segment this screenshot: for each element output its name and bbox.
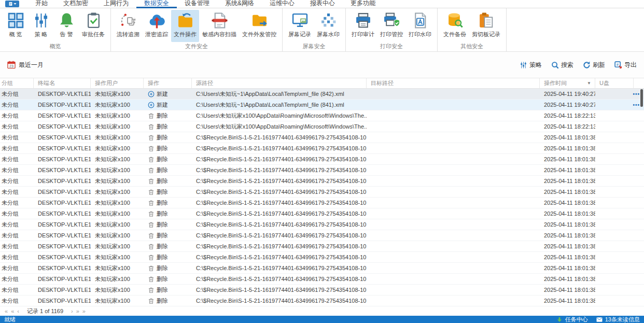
cell-action: 删除	[144, 176, 192, 186]
column-header-action[interactable]: 操作	[144, 78, 192, 88]
table-row[interactable]: 未分组DESKTOP-VLKTLE1未知玩家x100删除C:\$Recycle.…	[0, 208, 644, 219]
cell-terminal: DESKTOP-VLKTLE1	[34, 154, 91, 164]
table-row[interactable]: 未分组DESKTOP-VLKTLE1未知玩家x100删除C:\$Recycle.…	[0, 241, 644, 252]
ribbon-item-file-operations[interactable]: 文件操作	[171, 10, 199, 42]
ribbon-item-leak-trace[interactable]: 泄密追踪	[143, 10, 171, 42]
cell-target-path	[367, 274, 540, 284]
cell-usb	[595, 219, 644, 230]
column-header-user[interactable]: 操作用户	[91, 78, 144, 88]
prev-page-button[interactable]: ‹	[16, 308, 21, 314]
cell-action: 删除	[144, 208, 192, 219]
ribbon-item-screen-watermark[interactable]: 屏幕水印	[314, 10, 342, 42]
column-header-target-path[interactable]: 目标路径	[367, 78, 540, 88]
ribbon-item-file-send-control[interactable]: 文件外发管控	[240, 10, 279, 42]
tab-more[interactable]: 更多功能	[343, 0, 383, 8]
ribbon-item-print-watermark[interactable]: 打印水印	[406, 10, 434, 42]
ribbon-item-alerts[interactable]: 告 警	[54, 10, 79, 42]
cell-user: 未知玩家x100	[91, 143, 144, 153]
next-page-button[interactable]: ›	[69, 308, 75, 314]
table-row[interactable]: 未分组DESKTOP-VLKTLE1未知玩家x100新建C:\Users\未知玩…	[0, 100, 644, 110]
cell-group: 未分组	[0, 165, 34, 175]
trash-icon	[148, 178, 155, 185]
task-center-button[interactable]: 任务中心	[556, 316, 588, 323]
fast-prev-button[interactable]: «	[9, 308, 16, 314]
table-row[interactable]: 未分组DESKTOP-VLKTLE1未知玩家x100删除C:\$Recycle.…	[0, 165, 644, 176]
table-row[interactable]: 未分组DESKTOP-VLKTLE1未知玩家x100删除C:\$Recycle.…	[0, 198, 644, 208]
table-row[interactable]: 未分组DESKTOP-VLKTLE1未知玩家x100删除C:\$Recycle.…	[0, 132, 644, 143]
ribbon-item-print-audit[interactable]: 打印审计	[349, 10, 377, 42]
column-header-terminal[interactable]: 终端名	[34, 78, 91, 88]
ribbon-item-label: 概 览	[9, 31, 22, 38]
tab-system-network[interactable]: 系统&网络	[217, 0, 262, 8]
ribbon-item-overview[interactable]: 概 览	[3, 10, 28, 42]
refresh-icon	[583, 61, 591, 69]
app-doc-icon	[8, 1, 13, 7]
cell-source-path: C:\$Recycle.Bin\S-1-5-21-1619774401-6349…	[192, 241, 367, 251]
vertical-scrollbar[interactable]	[640, 89, 643, 107]
tab-device-mgmt[interactable]: 设备管理	[177, 0, 217, 8]
app-menu-button[interactable]	[5, 1, 19, 7]
table-row[interactable]: 未分组DESKTOP-VLKTLE1未知玩家x100删除C:\Users\未知玩…	[0, 121, 644, 132]
date-range-filter[interactable]: 23 最近一月	[7, 61, 44, 69]
policy-button[interactable]: 策略	[520, 61, 542, 69]
cell-group: 未分组	[0, 110, 34, 121]
column-header-filler[interactable]	[634, 78, 644, 88]
ribbon-item-label: 文件操作	[174, 31, 197, 38]
ribbon-item-policy[interactable]: 策 略	[29, 10, 53, 42]
ribbon-item-sensitive-scan[interactable]: 敏感内容扫描	[200, 10, 239, 42]
column-header-group[interactable]: 分组	[0, 78, 34, 88]
search-button[interactable]: 搜索	[551, 61, 573, 69]
table-row[interactable]: 未分组DESKTOP-VLKTLE1未知玩家x100删除C:\$Recycle.…	[0, 274, 644, 285]
refresh-button[interactable]: 刷新	[583, 61, 605, 69]
action-label: 删除	[157, 264, 168, 272]
sort-arrow-icon[interactable]: ▼	[587, 81, 591, 86]
first-page-button[interactable]: «	[3, 308, 9, 314]
row-actions-button[interactable]: •••	[633, 91, 640, 97]
table-row[interactable]: 未分组DESKTOP-VLKTLE1未知玩家x100删除C:\$Recycle.…	[0, 252, 644, 263]
last-page-button[interactable]: »	[81, 308, 87, 314]
ribbon-item-screen-record[interactable]: 屏幕记录	[286, 10, 314, 42]
monitor-icon	[291, 12, 309, 29]
tab-data-security[interactable]: 数据安全	[136, 0, 177, 8]
cell-target-path	[367, 100, 540, 110]
cell-user: 未知玩家x100	[91, 219, 144, 230]
table-row[interactable]: 未分组DESKTOP-VLKTLE1未知玩家x100删除C:\$Recycle.…	[0, 187, 644, 198]
tab-ops-center[interactable]: 运维中心	[262, 0, 302, 8]
table-row[interactable]: 未分组DESKTOP-VLKTLE1未知玩家x100删除C:\$Recycle.…	[0, 285, 644, 296]
cell-action: 删除	[144, 121, 192, 132]
ribbon-item-label: 文件外发管控	[242, 31, 276, 38]
ribbon-item-flow-trace[interactable]: 流转追溯	[114, 10, 142, 42]
table-row[interactable]: 未分组DESKTOP-VLKTLE1未知玩家x100删除C:\$Recycle.…	[0, 154, 644, 165]
table-row[interactable]: 未分组DESKTOP-VLKTLE1未知玩家x100删除C:\$Recycle.…	[0, 230, 644, 241]
trash-icon	[148, 265, 155, 272]
cell-usb	[595, 110, 644, 121]
table-row[interactable]: 未分组DESKTOP-VLKTLE1未知玩家x100删除C:\$Recycle.…	[0, 176, 644, 187]
column-header-usb[interactable]: U盘	[595, 78, 634, 88]
export-button[interactable]: 导出	[614, 61, 637, 69]
ribbon-item-approval-tasks[interactable]: 审批任务	[79, 10, 107, 42]
fast-next-button[interactable]: »	[75, 308, 81, 314]
caret-down-icon	[13, 3, 17, 5]
trace-cycle-icon	[120, 12, 137, 29]
table-row[interactable]: 未分组DESKTOP-VLKTLE1未知玩家x100删除C:\$Recycle.…	[0, 296, 644, 306]
row-actions-button[interactable]: •••	[633, 102, 640, 108]
ribbon-item-file-backup[interactable]: 文件备份	[441, 10, 469, 42]
tab-home[interactable]: 开始	[27, 0, 55, 8]
column-header-source-path[interactable]: 源路径	[192, 78, 367, 88]
cloud-arrow-icon	[148, 12, 165, 29]
ribbon-item-clipboard-record[interactable]: 剪切板记录	[469, 10, 503, 42]
cell-terminal: DESKTOP-VLKTLE1	[34, 208, 91, 219]
tab-web-behavior[interactable]: 上网行为	[96, 0, 136, 8]
column-header-time[interactable]: 操作时间▼	[540, 78, 595, 88]
table-row[interactable]: 未分组DESKTOP-VLKTLE1未知玩家x100删除C:\$Recycle.…	[0, 219, 644, 230]
ribbon-item-print-control[interactable]: 打印管控	[377, 10, 405, 42]
table-row[interactable]: 未分组DESKTOP-VLKTLE1未知玩家x100新建C:\Users\未知玩…	[0, 89, 644, 100]
cell-action: 新建	[144, 100, 192, 110]
table-row[interactable]: 未分组DESKTOP-VLKTLE1未知玩家x100删除C:\$Recycle.…	[0, 263, 644, 274]
tab-report-center[interactable]: 报表中心	[302, 0, 343, 8]
unread-messages-button[interactable]: 13条未读信息	[596, 316, 640, 323]
table-row[interactable]: 未分组DESKTOP-VLKTLE1未知玩家x100删除C:\Users\未知玩…	[0, 110, 644, 121]
table-row[interactable]: 未分组DESKTOP-VLKTLE1未知玩家x100删除C:\$Recycle.…	[0, 143, 644, 154]
trash-icon	[148, 134, 155, 141]
tab-doc-encrypt[interactable]: 文档加密	[55, 0, 96, 8]
